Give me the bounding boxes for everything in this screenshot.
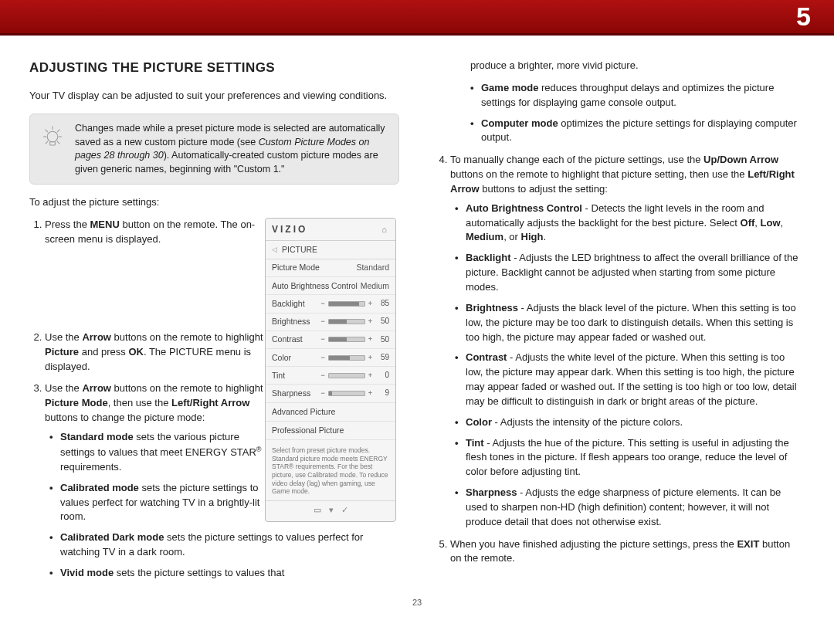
svg-line-6	[46, 130, 48, 132]
menu-brand: VIZIO	[272, 223, 307, 236]
tip-callout: Changes made while a preset picture mode…	[29, 114, 399, 185]
tv-menu-screenshot: VIZIO⌂ ◁PICTURE Picture ModeStandard Aut…	[265, 218, 396, 521]
menu-section: PICTURE	[282, 244, 317, 256]
mode-computer: Computer mode optimizes the picture sett…	[470, 117, 805, 146]
footer-down-icon: ▾	[329, 504, 334, 517]
setting-tint: Tint - Adjusts the hue of the picture. T…	[455, 436, 802, 480]
setting-backlight: Backlight - Adjusts the LED brightness t…	[455, 251, 802, 295]
menu-row-tint: Tint−+0	[266, 367, 395, 385]
mode-game: Game mode reduces throughput delays and …	[470, 81, 805, 110]
setting-sharpness: Sharpness - Adjusts the edge sharpness o…	[455, 486, 802, 530]
step-5: When you have finished adjusting the pic…	[450, 537, 805, 567]
mode-standard: Standard mode sets the various picture s…	[49, 430, 273, 475]
lead-sentence: To adjust the picture settings:	[29, 195, 399, 210]
mode-vivid: Vivid mode sets the picture settings to …	[49, 566, 405, 581]
setting-contrast: Contrast - Adjusts the white level of th…	[455, 351, 802, 408]
setting-abc: Auto Brightness Control - Detects the li…	[455, 202, 802, 246]
vivid-continuation: produce a brighter, more vivid picture.	[435, 59, 805, 73]
menu-row-brightness: Brightness−+50	[266, 314, 395, 331]
setting-color: Color - Adjusts the intensity of the pic…	[455, 415, 802, 430]
chapter-header-bar: 5	[0, 0, 834, 36]
menu-row-contrast: Contrast−+50	[266, 331, 395, 349]
back-triangle-icon: ◁	[272, 245, 277, 255]
step-2: Use the Arrow buttons on the remote to h…	[45, 330, 276, 375]
svg-line-7	[57, 130, 59, 132]
step-3: Use the Arrow buttons on the remote to h…	[45, 381, 276, 580]
mode-calibrated-dark: Calibrated Dark mode sets the picture se…	[49, 530, 405, 560]
svg-rect-1	[50, 142, 56, 145]
menu-hint: Select from preset picture modes. Standa…	[266, 440, 395, 500]
footer-check-icon: ✓	[341, 504, 348, 517]
section-title: ADJUSTING THE PICTURE SETTINGS	[29, 59, 399, 78]
page-number: 23	[0, 596, 834, 607]
intro-paragraph: Your TV display can be adjusted to suit …	[29, 89, 399, 103]
menu-row-color: Color−+59	[266, 349, 395, 367]
menu-row-backlight: Backlight−+85	[266, 295, 395, 313]
lightbulb-icon	[39, 124, 66, 150]
left-column: ADJUSTING THE PICTURE SETTINGS Your TV d…	[29, 59, 399, 588]
menu-row-sharpness: Sharpness−+9	[266, 385, 395, 402]
footer-box-icon: ▭	[314, 504, 321, 517]
step-4: To manually change each of the picture s…	[450, 153, 805, 529]
mode-calibrated: Calibrated mode sets the picture setting…	[49, 481, 273, 525]
setting-brightness: Brightness - Adjusts the black level of …	[455, 301, 802, 345]
right-column: produce a brighter, more vivid picture. …	[435, 59, 805, 588]
svg-point-0	[47, 132, 58, 143]
home-icon: ⌂	[381, 224, 389, 236]
svg-line-8	[46, 141, 48, 144]
chapter-number: 5	[796, 2, 811, 32]
svg-line-9	[57, 141, 59, 144]
